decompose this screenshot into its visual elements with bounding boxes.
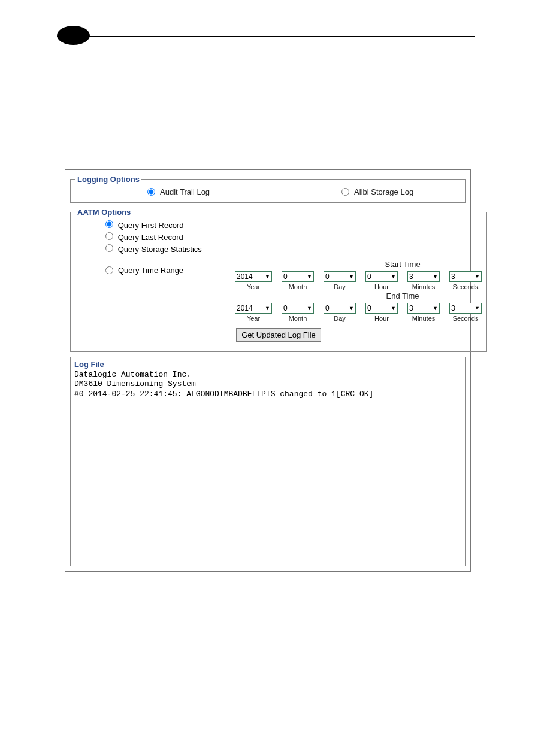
col-minutes-2: Minutes xyxy=(407,315,440,322)
chevron-down-icon: ▼ xyxy=(307,274,312,280)
radio-query-stats-label: Query Storage Statistics xyxy=(118,245,202,254)
col-hour: Hour xyxy=(365,283,398,290)
radio-query-last-input[interactable] xyxy=(105,232,113,240)
end-time-header: End Time xyxy=(324,292,482,300)
start-year-select[interactable]: 2014▼ xyxy=(235,271,272,282)
chevron-down-icon: ▼ xyxy=(265,274,270,280)
start-hour-select[interactable]: 0▼ xyxy=(365,271,398,282)
end-month-select[interactable]: 0▼ xyxy=(282,303,314,314)
radio-query-first-label: Query First Record xyxy=(118,221,184,230)
radio-audit-trail-label: Audit Trail Log xyxy=(160,187,210,196)
col-year: Year xyxy=(235,283,272,290)
footer-rule xyxy=(57,708,475,708)
radio-query-last[interactable]: Query Last Record xyxy=(105,232,482,242)
radio-audit-trail-input[interactable] xyxy=(147,188,155,196)
col-seconds-2: Seconds xyxy=(449,315,482,322)
col-hour-2: Hour xyxy=(365,315,398,322)
aatm-options-fieldset: AATM Options Query First Record Query La… xyxy=(70,208,487,352)
col-month-2: Month xyxy=(282,315,314,322)
radio-query-stats[interactable]: Query Storage Statistics xyxy=(105,244,482,254)
radio-query-range[interactable]: Query Time Range xyxy=(105,266,183,275)
start-day-select[interactable]: 0▼ xyxy=(324,271,356,282)
logging-options-legend: Logging Options xyxy=(75,175,141,184)
col-year-2: Year xyxy=(235,315,272,322)
chevron-down-icon: ▼ xyxy=(391,305,396,311)
start-month-select[interactable]: 0▼ xyxy=(282,271,314,282)
chevron-down-icon: ▼ xyxy=(433,305,438,311)
chevron-down-icon: ▼ xyxy=(391,274,396,280)
radio-alibi-storage-label: Alibi Storage Log xyxy=(354,187,413,196)
radio-query-range-label: Query Time Range xyxy=(118,266,183,275)
col-seconds: Seconds xyxy=(449,283,482,290)
end-hour-select[interactable]: 0▼ xyxy=(365,303,398,314)
log-file-title: Log File xyxy=(74,360,461,369)
chevron-down-icon: ▼ xyxy=(433,274,438,280)
start-minutes-select[interactable]: 3▼ xyxy=(407,271,440,282)
start-seconds-select[interactable]: 3▼ xyxy=(449,271,482,282)
log-file-box: Log File Datalogic Automation Inc. DM361… xyxy=(70,357,466,566)
radio-query-last-label: Query Last Record xyxy=(118,233,183,242)
chevron-down-icon: ▼ xyxy=(307,305,312,311)
radio-query-first[interactable]: Query First Record xyxy=(105,220,482,230)
radio-audit-trail[interactable]: Audit Trail Log xyxy=(147,187,210,196)
chevron-down-icon: ▼ xyxy=(474,305,480,311)
get-updated-log-button[interactable]: Get Updated Log File xyxy=(236,328,321,342)
radio-query-first-input[interactable] xyxy=(105,220,113,228)
chevron-down-icon: ▼ xyxy=(349,305,354,311)
radio-query-stats-input[interactable] xyxy=(105,244,113,252)
logging-options-fieldset: Logging Options Audit Trail Log Alibi St… xyxy=(70,175,466,203)
start-time-header: Start Time xyxy=(324,260,482,269)
log-file-content: Datalogic Automation Inc. DM3610 Dimensi… xyxy=(74,370,461,399)
header-rule xyxy=(57,36,475,37)
end-year-select[interactable]: 2014▼ xyxy=(235,303,272,314)
col-month: Month xyxy=(282,283,314,290)
chevron-down-icon: ▼ xyxy=(265,305,270,311)
col-day: Day xyxy=(324,283,356,290)
end-day-select[interactable]: 0▼ xyxy=(324,303,356,314)
chevron-down-icon: ▼ xyxy=(474,274,480,280)
radio-alibi-storage-input[interactable] xyxy=(341,188,349,196)
radio-alibi-storage[interactable]: Alibi Storage Log xyxy=(341,187,413,196)
chevron-down-icon: ▼ xyxy=(349,274,354,280)
header-badge xyxy=(57,26,90,45)
radio-query-range-input[interactable] xyxy=(105,266,113,274)
main-panel: Logging Options Audit Trail Log Alibi St… xyxy=(65,169,471,572)
col-minutes: Minutes xyxy=(407,283,440,290)
end-seconds-select[interactable]: 3▼ xyxy=(449,303,482,314)
end-minutes-select[interactable]: 3▼ xyxy=(407,303,440,314)
col-day-2: Day xyxy=(324,315,356,322)
aatm-options-legend: AATM Options xyxy=(75,208,132,217)
